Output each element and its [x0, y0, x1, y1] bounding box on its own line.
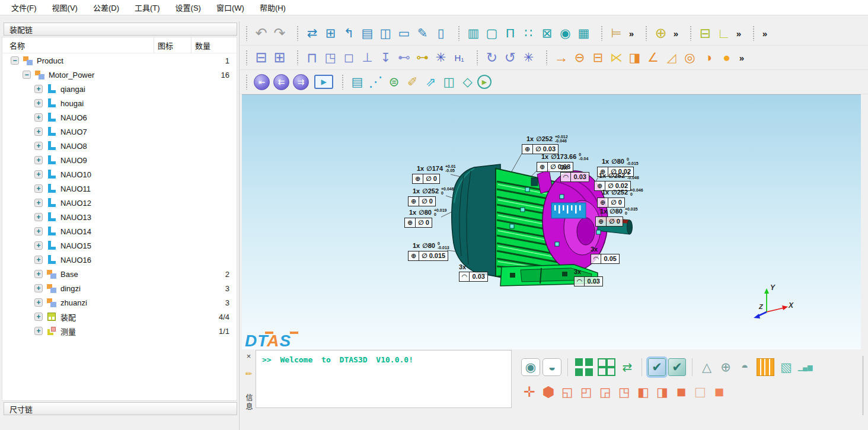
ruler-icon[interactable] [757, 358, 774, 376]
points-view-icon[interactable]: ∷ [520, 24, 537, 42]
no-text-icon[interactable]: ▧ [777, 358, 795, 376]
gdt-annotation[interactable]: 3x◠0.03 [459, 263, 488, 282]
ribs-view-icon[interactable]: ▥ [465, 24, 482, 42]
dimension-chain-header[interactable]: 尺寸链 [4, 402, 237, 415]
tree-item-Motor_Power[interactable]: −Motor_Power16 [2, 68, 237, 82]
doc-frame-icon[interactable]: ▭ [395, 24, 413, 42]
expand-icon[interactable]: + [34, 142, 43, 150]
gdt-annotation[interactable]: 3x◠0.03 [560, 164, 589, 182]
cube-left-icon[interactable]: ◲ [596, 383, 614, 401]
cube-bottom-icon[interactable]: ◱ [559, 383, 576, 401]
expand-icon[interactable]: + [34, 313, 43, 321]
filled-circle-icon[interactable]: ● [718, 49, 735, 66]
assembly-tool-icon[interactable]: ⊟ [697, 24, 714, 42]
expand-icon[interactable]: + [34, 99, 43, 107]
expand-icon[interactable]: + [34, 170, 43, 179]
assembly-chain-header[interactable]: 装配链 [4, 23, 237, 36]
assembly-table-b-icon[interactable]: ⊞ [271, 49, 288, 66]
menu-item[interactable]: 视图(V) [44, 0, 85, 15]
cross-view-icon[interactable]: ⊠ [538, 24, 556, 42]
shapes-target-icon[interactable]: ⊕ [717, 358, 735, 376]
overflow-icon[interactable]: » [626, 24, 637, 42]
gdt-annotation[interactable]: 1x∅80+0.0350⊕∅ 0 [600, 208, 638, 227]
assembly-table-a-icon[interactable]: ⊟ [253, 49, 270, 66]
expand-icon[interactable]: + [34, 199, 43, 207]
angle-dim-icon[interactable]: ∠ [644, 49, 662, 66]
expand-icon[interactable]: + [34, 298, 43, 307]
compare-doc-icon[interactable]: ◫ [377, 24, 394, 42]
tree-item-NAUO7[interactable]: +NAUO7 [2, 125, 237, 139]
caliper-icon[interactable]: ⋉ [608, 49, 625, 66]
overlap-circles-icon[interactable]: ◎ [681, 49, 698, 66]
wire-cube-orange-icon[interactable]: □ [691, 383, 709, 401]
tree-item-NAUO10[interactable]: +NAUO10 [2, 167, 237, 181]
open-file-icon[interactable]: ↰ [340, 24, 358, 42]
clear-console-icon[interactable]: ✏ [245, 369, 253, 378]
expand-icon[interactable]: + [34, 270, 43, 278]
cylinder-band-icon[interactable]: ⊜ [385, 73, 403, 91]
hide-element-icon[interactable]: ◒ [542, 358, 561, 376]
tree-item-NAUO11[interactable]: +NAUO11 [2, 181, 237, 196]
doc-panel-icon[interactable]: ▯ [432, 24, 449, 42]
tree-item-hougai[interactable]: +hougai [2, 96, 237, 110]
gdt-annotation[interactable]: 3x◠0.05 [591, 246, 620, 264]
solid-cube-icon[interactable]: ■ [672, 383, 690, 401]
cube-pins-icon[interactable]: ⊥ [359, 49, 376, 66]
menu-item[interactable]: 设置(S) [168, 0, 209, 15]
gdt-annotation[interactable]: 1x∅80+0.0190⊕∅ 0 [409, 209, 447, 228]
swap-views-icon[interactable]: ⇄ [618, 358, 636, 376]
gdt-annotation[interactable]: 3x◠0.03 [574, 268, 603, 286]
column-icon[interactable]: 图标 [154, 37, 191, 53]
arc-dim-icon[interactable]: ◿ [663, 49, 680, 66]
iso-view-icon[interactable]: ⬢ [540, 383, 557, 401]
expand-icon[interactable]: + [34, 85, 43, 93]
wire-cube-icon[interactable]: ◇ [459, 73, 476, 91]
collapse-icon[interactable]: − [11, 56, 19, 65]
overflow-icon[interactable]: » [736, 49, 747, 66]
network-icon[interactable]: ✳ [432, 49, 449, 66]
play-circle-icon[interactable]: ▶ [477, 75, 492, 89]
gdt-annotation[interactable]: 1x∅252+0.012-0.046⊕∅ 0.03 [526, 135, 568, 154]
gdt-annotation[interactable]: 1x∅800-0.013⊕∅ 0.015 [413, 242, 449, 261]
import-model-icon[interactable]: ⇄ [304, 24, 321, 42]
mount-icon[interactable]: ⊓ [304, 49, 321, 66]
new-file-icon[interactable]: ⊞ [322, 24, 339, 42]
check-active-icon[interactable]: ✔ [648, 358, 666, 376]
circle-view-icon[interactable]: ◉ [557, 24, 574, 42]
lens-icon[interactable]: ◑ [700, 49, 717, 66]
collapse-icon[interactable]: − [23, 71, 31, 79]
menu-item[interactable]: 帮助(H) [252, 0, 293, 15]
menu-item[interactable]: 公差(D) [85, 0, 127, 15]
tree-item-Product[interactable]: −Product1 [2, 53, 237, 68]
pillar-view-icon[interactable]: Π [502, 24, 519, 42]
tree-item-NAUO14[interactable]: +NAUO14 [2, 224, 237, 238]
edit-doc-icon[interactable]: ✎ [414, 24, 431, 42]
expand-icon[interactable]: + [34, 327, 43, 335]
monitor-play-icon[interactable]: ▶ [314, 75, 333, 89]
undo-icon[interactable]: ↶ [253, 24, 270, 42]
export-doc-icon[interactable]: ⇗ [422, 73, 439, 91]
menu-item[interactable]: 文件(F) [4, 0, 44, 15]
tree-item-NAUO13[interactable]: +NAUO13 [2, 210, 237, 224]
gdt-annotation[interactable]: 1x∅174+0.01-0.05⊕∅ 0 [417, 165, 456, 184]
cube-right-icon[interactable]: ◳ [615, 383, 633, 401]
cube-back-icon[interactable]: ◨ [653, 383, 671, 401]
tree-item-dingzi[interactable]: +dingzi3 [2, 281, 237, 295]
gdt-annotation[interactable]: 1x∅252+0.0460⊕∅ 0 [602, 189, 643, 208]
expand-icon[interactable]: + [34, 113, 43, 122]
link-a-icon[interactable]: ⊷ [395, 49, 413, 66]
rotate-cylinder-a-icon[interactable]: ↻ [483, 49, 500, 66]
solid-cube-2-icon[interactable]: ■ [710, 383, 728, 401]
rotate-cylinder-b-icon[interactable]: ↺ [502, 49, 519, 66]
mirror-book-icon[interactable]: ◫ [441, 73, 458, 91]
expand-icon[interactable]: + [34, 128, 43, 136]
expand-icon[interactable]: + [34, 184, 43, 193]
column-name[interactable]: 名称 [2, 40, 154, 51]
cube-top-icon[interactable]: ◰ [577, 383, 595, 401]
shapes-icon[interactable]: △ [698, 358, 716, 376]
overflow-icon[interactable]: » [671, 24, 681, 42]
cube-front-icon[interactable]: ◧ [634, 383, 652, 401]
plane-pins-icon[interactable]: ◨ [626, 49, 643, 66]
dome-target-icon[interactable]: ◓ [736, 358, 754, 376]
frame-view-icon[interactable]: ▢ [483, 24, 500, 42]
